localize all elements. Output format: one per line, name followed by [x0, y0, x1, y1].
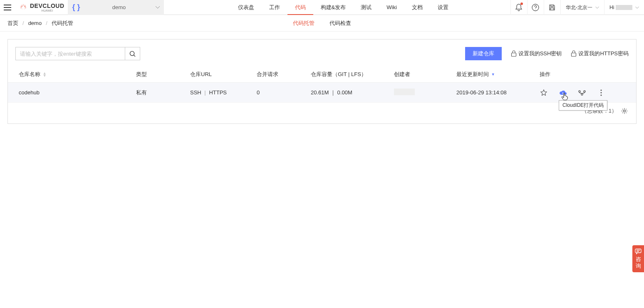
notification-dot: [520, 2, 523, 5]
top-header: DEVCLOUD HUAWEI { } demo 仪表盘 工作 代码 构建&发布…: [0, 0, 644, 15]
cell-operations: CloudIDE打开代码: [540, 89, 629, 97]
kebab-icon: [600, 89, 602, 96]
svg-point-1: [130, 51, 134, 55]
th-size: 仓库容量（GIT | LFS）: [311, 71, 394, 78]
save-button[interactable]: [544, 0, 560, 15]
search-box: [15, 47, 140, 60]
ssh-link[interactable]: SSH: [190, 89, 201, 96]
cloudide-button[interactable]: CloudIDE打开代码: [559, 89, 567, 97]
user-name-redacted: [616, 5, 632, 10]
lock-icon: [511, 50, 517, 57]
content-area: 新建仓库 设置我的SSH密钥 设置我的HTTPS密码 仓库名称 ▲▼ 类型: [0, 32, 644, 131]
fork-icon: [578, 90, 586, 96]
fork-button[interactable]: [578, 89, 586, 97]
huawei-icon: [18, 2, 28, 12]
set-https-link[interactable]: 设置我的HTTPS密码: [571, 50, 629, 57]
crumb-sep: /: [22, 20, 24, 26]
svg-point-0: [532, 4, 539, 11]
creator-redacted: [394, 89, 415, 95]
cell-repo-url: SSH | HTTPS: [190, 89, 257, 96]
search-icon: [129, 51, 136, 57]
more-button[interactable]: [597, 89, 605, 97]
svg-rect-2: [511, 53, 516, 57]
braces-icon: { }: [72, 3, 80, 12]
set-ssh-label: 设置我的SSH密钥: [518, 50, 562, 57]
project-name: demo: [83, 4, 156, 10]
svg-point-8: [600, 92, 602, 93]
sub-nav: 代码托管 代码检查: [285, 15, 359, 32]
star-icon: [540, 89, 547, 96]
th-creator: 创建者: [394, 71, 456, 78]
svg-point-5: [584, 91, 585, 92]
brand-text: DEVCLOUD: [30, 2, 64, 9]
toolbar-right: 新建仓库 设置我的SSH密钥 设置我的HTTPS密码: [465, 47, 629, 60]
header-right: 华北-北京一 Hi: [510, 0, 644, 15]
th-merge: 合并请求: [257, 71, 311, 78]
region-selector[interactable]: 华北-北京一: [560, 0, 604, 15]
svg-point-9: [600, 94, 602, 96]
gear-icon: [621, 108, 628, 114]
cell-repo-size: 20.61M ｜ 0.00M: [311, 89, 394, 96]
table-header-row: 仓库名称 ▲▼ 类型 仓库URL 合并请求 仓库容量（GIT | LFS） 创建…: [8, 66, 636, 83]
th-time[interactable]: 最近更新时间 ▼: [456, 71, 540, 78]
crumb-project[interactable]: demo: [28, 20, 42, 26]
svg-point-6: [581, 94, 583, 95]
svg-point-10: [624, 110, 626, 112]
crumb-home[interactable]: 首页: [7, 20, 18, 27]
hamburger-menu-button[interactable]: [0, 0, 15, 15]
nav-wiki[interactable]: Wiki: [379, 0, 404, 15]
nav-work[interactable]: 工作: [262, 0, 287, 15]
nav-docs[interactable]: 文档: [404, 0, 430, 15]
th-name[interactable]: 仓库名称 ▲▼: [15, 71, 136, 78]
chevron-down-icon: [595, 7, 599, 9]
chevron-down-icon: [156, 6, 160, 9]
cloud-icon: [559, 90, 567, 96]
cell-repo-type: 私有: [136, 89, 190, 96]
chevron-down-icon: [635, 7, 639, 9]
repo-card: 新建仓库 设置我的SSH密钥 设置我的HTTPS密码 仓库名称 ▲▼ 类型: [7, 39, 637, 124]
table-row: codehub 私有 SSH | HTTPS 0 20.61M ｜ 0.00M …: [8, 83, 636, 103]
user-greet-prefix: Hi: [609, 5, 614, 10]
set-ssh-link[interactable]: 设置我的SSH密钥: [511, 50, 562, 57]
save-icon: [549, 4, 555, 11]
region-label: 华北-北京一: [566, 5, 592, 10]
https-link[interactable]: HTTPS: [209, 89, 227, 96]
svg-point-4: [579, 91, 580, 92]
help-icon: [532, 4, 539, 11]
set-https-label: 设置我的HTTPS密码: [578, 50, 629, 57]
star-button[interactable]: [540, 89, 548, 97]
cell-repo-name[interactable]: codehub: [15, 89, 136, 96]
svg-rect-3: [572, 53, 576, 57]
nav-code[interactable]: 代码: [287, 0, 313, 15]
nav-test[interactable]: 测试: [353, 0, 379, 15]
th-op: 操作: [540, 71, 629, 78]
sort-desc-icon: ▼: [491, 72, 495, 76]
crumb-current[interactable]: 代码托管: [52, 20, 73, 27]
nav-settings[interactable]: 设置: [430, 0, 456, 15]
help-button[interactable]: [527, 0, 544, 15]
lock-icon: [571, 50, 577, 57]
brand-logo[interactable]: DEVCLOUD HUAWEI: [15, 0, 68, 15]
svg-point-7: [600, 89, 602, 91]
breadcrumb: 首页 / demo / 代码托管: [7, 20, 73, 27]
crumb-sep: /: [46, 20, 47, 26]
subnav-code-host[interactable]: 代码托管: [285, 15, 322, 32]
project-selector[interactable]: { } demo: [68, 0, 164, 15]
nav-dashboard[interactable]: 仪表盘: [230, 0, 262, 15]
search-button[interactable]: [125, 47, 140, 60]
search-input[interactable]: [16, 51, 125, 57]
cell-update-time: 2019-06-29 13:14:08: [456, 89, 540, 96]
repo-table: 仓库名称 ▲▼ 类型 仓库URL 合并请求 仓库容量（GIT | LFS） 创建…: [8, 66, 636, 103]
main-nav: 仪表盘 工作 代码 构建&发布 测试 Wiki 文档 设置: [230, 0, 456, 15]
table-settings-button[interactable]: [620, 107, 629, 115]
sub-header: 首页 / demo / 代码托管 代码托管 代码检查: [0, 15, 644, 32]
notifications-button[interactable]: [510, 0, 527, 15]
cloudide-tooltip: CloudIDE打开代码: [559, 100, 607, 111]
th-url: 仓库URL: [190, 71, 257, 78]
nav-build[interactable]: 构建&发布: [313, 0, 354, 15]
subnav-code-check[interactable]: 代码检查: [322, 15, 359, 32]
new-repo-button[interactable]: 新建仓库: [465, 47, 502, 60]
toolbar: 新建仓库 设置我的SSH密钥 设置我的HTTPS密码: [8, 39, 636, 66]
user-menu[interactable]: Hi: [604, 0, 644, 15]
cell-creator: [394, 89, 456, 96]
